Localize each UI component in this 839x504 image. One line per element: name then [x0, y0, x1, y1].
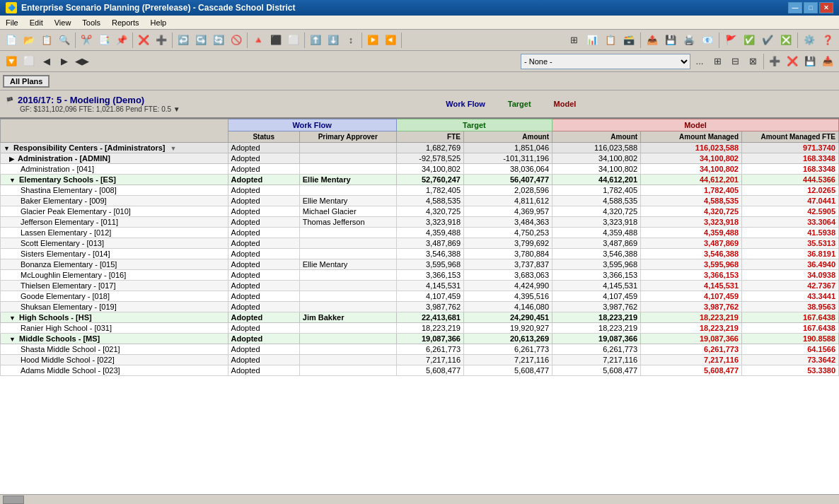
- filter-clear-button[interactable]: ⬜: [21, 53, 37, 70]
- table-row[interactable]: ▼ High Schools - [HS] Adopted Jim Bakker…: [1, 312, 839, 323]
- sort-button[interactable]: ↕️: [342, 32, 359, 49]
- tb-btn-table[interactable]: 🗃️: [620, 32, 637, 49]
- table-row[interactable]: Sisters Elementary - [014] Adopted 3,546…: [1, 249, 839, 259]
- tb-btn-check[interactable]: ✅: [741, 32, 758, 49]
- app-icon: 🔷: [6, 2, 17, 13]
- none-btn2[interactable]: ⊞: [709, 53, 726, 70]
- del-red-button[interactable]: ❌: [784, 53, 801, 70]
- table-row[interactable]: ▶ Administration - [ADMIN] Adopted -92,5…: [1, 153, 839, 164]
- none-btn3[interactable]: ⊟: [727, 53, 743, 70]
- th-amt-managed[interactable]: Amount Managed: [641, 131, 742, 143]
- up-button[interactable]: ⬆️: [307, 32, 324, 49]
- collapse-button[interactable]: ⬜: [285, 32, 302, 49]
- new-button[interactable]: 📄: [3, 32, 20, 49]
- menu-edit[interactable]: Edit: [24, 17, 49, 28]
- add-button[interactable]: ➕: [153, 32, 170, 49]
- none-btn4[interactable]: ⊠: [744, 53, 761, 70]
- table-row[interactable]: Baker Elementary - [009] Adopted Ellie M…: [1, 196, 839, 206]
- table-row[interactable]: McLoughlin Elementary - [016] Adopted 3,…: [1, 270, 839, 281]
- table-row[interactable]: Shastina Elementary - [008] Adopted 1,78…: [1, 185, 839, 196]
- table-row[interactable]: ▼ Elementary Schools - [ES] Adopted Elli…: [1, 175, 839, 185]
- sep7: [401, 33, 402, 48]
- expand-button[interactable]: ⬛: [267, 32, 284, 49]
- table-row[interactable]: Shuksan Elementary - [019] Adopted 3,987…: [1, 302, 839, 312]
- back-button[interactable]: ◀️: [382, 32, 399, 49]
- grid-body[interactable]: Work Flow Target Model Status Primary Ap…: [0, 119, 839, 494]
- menu-reports[interactable]: Reports: [106, 17, 145, 28]
- table-row[interactable]: Bonanza Elementary - [015] Adopted Ellie…: [1, 259, 839, 270]
- add-green-button[interactable]: ➕: [766, 53, 783, 70]
- filter-btn4[interactable]: ▶: [56, 53, 73, 70]
- tb-btn-approve[interactable]: ✔️: [759, 32, 776, 49]
- tb-btn-reject[interactable]: ❎: [777, 32, 794, 49]
- table-row[interactable]: Thielsen Elementary - [017] Adopted 4,14…: [1, 281, 839, 291]
- table-row[interactable]: ▼ Middle Schools - [MS] Adopted 19,087,3…: [1, 334, 839, 344]
- filter-btn5[interactable]: ◀▶: [74, 53, 91, 70]
- sep2: [132, 33, 133, 48]
- undo-button[interactable]: ↩️: [175, 32, 192, 49]
- th-status[interactable]: Status: [228, 131, 299, 143]
- table-row[interactable]: Administration - [041] Adopted 34,100,80…: [1, 164, 839, 175]
- table-row[interactable]: Adams Middle School - [023] Adopted 5,60…: [1, 365, 839, 376]
- cut-button[interactable]: ✂️: [78, 32, 95, 49]
- table-row[interactable]: Glacier Peak Elementary - [010] Adopted …: [1, 206, 839, 217]
- filter-btn3[interactable]: ◀: [38, 53, 55, 70]
- tb-btn-settings[interactable]: ⚙️: [801, 32, 818, 49]
- tb-btn-export2[interactable]: 💾: [662, 32, 679, 49]
- hscroll-thumb[interactable]: [3, 496, 24, 504]
- paste-button[interactable]: 📌: [113, 32, 130, 49]
- table-row[interactable]: Ranier High School - [031] Adopted 18,22…: [1, 323, 839, 334]
- window-controls: — □ ✕: [788, 2, 833, 13]
- none-dropdown[interactable]: - None -: [521, 54, 690, 69]
- tb-btn-chart[interactable]: 📊: [584, 32, 601, 49]
- tb-btn-export3[interactable]: 🖨️: [681, 32, 698, 49]
- save-disk-button[interactable]: 💾: [802, 53, 818, 70]
- tb-btn-export1[interactable]: 📤: [644, 32, 661, 49]
- table-row[interactable]: ▼ Responsibility Centers - [Administrato…: [1, 143, 839, 153]
- table-row[interactable]: Goode Elementary - [018] Adopted 4,107,4…: [1, 291, 839, 302]
- stop-button[interactable]: 🚫: [228, 32, 245, 49]
- table-row[interactable]: Jefferson Elementary - [011] Adopted Tho…: [1, 217, 839, 228]
- sep5: [304, 33, 305, 48]
- down-button[interactable]: ⬇️: [325, 32, 342, 49]
- forward-button[interactable]: ▶️: [364, 32, 381, 49]
- minimize-button[interactable]: —: [788, 2, 802, 13]
- menu-view[interactable]: View: [49, 17, 77, 28]
- cell-name: Administration - [041]: [1, 164, 228, 175]
- table-row[interactable]: Hood Middle School - [022] Adopted 7,217…: [1, 355, 839, 365]
- hscrollbar[interactable]: [0, 494, 839, 504]
- tb-btn-help[interactable]: ❓: [819, 32, 836, 49]
- filter-button[interactable]: 🔽: [3, 53, 20, 70]
- import-button[interactable]: 📥: [819, 53, 836, 70]
- th-fte[interactable]: FTE: [396, 131, 463, 143]
- tb-btn-list[interactable]: 📋: [602, 32, 619, 49]
- copy-button[interactable]: 📑: [96, 32, 112, 49]
- tb-btn-flag[interactable]: 🚩: [722, 32, 739, 49]
- th-target-amt[interactable]: Amount: [464, 131, 552, 143]
- plan-bar: All Plans: [0, 72, 839, 90]
- tb-btn-4[interactable]: 🔍: [56, 32, 73, 49]
- open-button[interactable]: 📂: [21, 32, 37, 49]
- th-approver[interactable]: Primary Approver: [299, 131, 396, 143]
- tb-btn-export4[interactable]: 📧: [699, 32, 716, 49]
- menu-tools[interactable]: Tools: [76, 17, 106, 28]
- none-search-button[interactable]: ...: [691, 53, 708, 70]
- cell-name: ▼ Elementary Schools - [ES]: [1, 175, 228, 185]
- close-button[interactable]: ✕: [819, 2, 833, 13]
- maximize-button[interactable]: □: [804, 2, 818, 13]
- delete-button[interactable]: ❌: [135, 32, 152, 49]
- all-plans-button[interactable]: All Plans: [3, 75, 50, 88]
- table-row[interactable]: Lassen Elementary - [012] Adopted 4,359,…: [1, 228, 839, 238]
- tb-btn-grid[interactable]: ⊞: [565, 32, 582, 49]
- table-row[interactable]: Shasta Middle School - [021] Adopted 6,2…: [1, 344, 839, 355]
- menu-help[interactable]: Help: [145, 17, 173, 28]
- plan-gf: GF: $131,102,096: [20, 105, 77, 113]
- refresh-button[interactable]: 🔄: [210, 32, 227, 49]
- redo-button[interactable]: ↪️: [192, 32, 209, 49]
- table-row[interactable]: Scott Elementary - [013] Adopted 3,487,8…: [1, 238, 839, 249]
- menu-file[interactable]: File: [0, 17, 24, 28]
- th-model-amt[interactable]: Amount: [552, 131, 641, 143]
- triangle-button[interactable]: 🔺: [250, 32, 267, 49]
- th-amt-managed-fte[interactable]: Amount Managed FTE: [742, 131, 839, 143]
- tb-btn-3[interactable]: 📋: [38, 32, 55, 49]
